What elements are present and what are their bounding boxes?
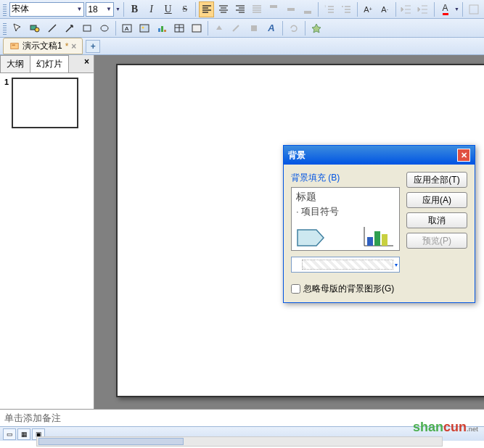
slide-thumbnail[interactable]: [12, 78, 78, 128]
italic-button[interactable]: I: [144, 1, 159, 17]
fill-swatch: [302, 260, 393, 270]
apply-all-button[interactable]: 应用全部(T): [406, 172, 467, 188]
svg-rect-2: [304, 11, 311, 14]
fill-color-dropdown[interactable]: ▾: [291, 257, 400, 273]
svg-point-4: [342, 6, 343, 7]
separator: [305, 21, 305, 36]
increase-font-button[interactable]: A+: [360, 1, 375, 17]
watermark-logo: shancun.net: [413, 420, 478, 435]
text-box-button[interactable]: A: [119, 20, 135, 36]
svg-text:A: A: [125, 25, 129, 32]
svg-rect-0: [270, 5, 277, 8]
modified-indicator: *: [65, 41, 69, 51]
align-justify-button[interactable]: [250, 1, 265, 17]
decrease-font-button[interactable]: A-: [377, 1, 393, 17]
align-middle-button[interactable]: [283, 1, 298, 17]
strike-button[interactable]: S: [177, 1, 192, 17]
font-size-select[interactable]: 18 ▼: [86, 2, 114, 17]
align-right-button[interactable]: [233, 1, 248, 17]
chevron-down-icon: ▼: [106, 6, 112, 12]
svg-rect-1: [287, 8, 295, 11]
svg-rect-18: [192, 25, 201, 32]
wordart-button[interactable]: A: [263, 20, 279, 36]
separator: [395, 2, 396, 17]
rectangle-button[interactable]: [79, 20, 95, 36]
svg-rect-20: [11, 43, 19, 49]
svg-rect-14: [158, 28, 160, 32]
separator: [462, 2, 463, 17]
document-tab[interactable]: 演示文稿1 * ×: [3, 38, 83, 54]
svg-point-13: [142, 26, 144, 28]
omit-master-checkbox[interactable]: [291, 284, 300, 294]
svg-rect-15: [161, 26, 163, 32]
panel-close-button[interactable]: ×: [80, 55, 94, 72]
arrow-shape-icon: [296, 228, 325, 247]
increase-indent-button[interactable]: [416, 1, 431, 17]
design-button[interactable]: [466, 1, 481, 17]
line-color-button[interactable]: [229, 20, 245, 36]
font-name-select[interactable]: 宋体 ▼: [9, 2, 85, 17]
decrease-indent-button[interactable]: [399, 1, 414, 17]
horizontal-scrollbar[interactable]: [36, 436, 443, 447]
bold-button[interactable]: B: [127, 1, 142, 17]
sorter-view-button[interactable]: ▦: [17, 428, 30, 440]
dialog-titlebar[interactable]: 背景 ✕: [284, 146, 475, 165]
apply-button[interactable]: 应用(A): [406, 192, 467, 208]
arrow-button[interactable]: [62, 20, 78, 36]
scrollbar-thumb[interactable]: [38, 438, 184, 445]
select-button[interactable]: [9, 20, 25, 36]
insert-chart-button[interactable]: [154, 20, 170, 36]
font-color-button[interactable]: A: [438, 1, 453, 17]
notes-area[interactable]: 单击添加备注: [0, 409, 484, 426]
dialog-left-column: 背景填充 (B) 标题 · 项目符号 ▾: [291, 172, 401, 273]
new-tab-button[interactable]: +: [86, 40, 100, 53]
oval-button[interactable]: [97, 20, 112, 36]
underline-button[interactable]: U: [160, 1, 176, 17]
toolbar-handle[interactable]: [3, 3, 7, 16]
svg-rect-19: [251, 25, 257, 31]
align-bottom-button[interactable]: [300, 1, 315, 17]
dialog-close-button[interactable]: ✕: [457, 149, 470, 162]
slides-tab[interactable]: 幻灯片: [30, 55, 69, 72]
insert-table-button[interactable]: [171, 20, 187, 36]
insert-object-button[interactable]: [189, 20, 205, 36]
omit-master-label: 忽略母版的背景图形(G): [303, 283, 394, 295]
insert-image-button[interactable]: [136, 20, 152, 36]
background-fill-label: 背景填充 (B): [291, 172, 401, 184]
tab-close-button[interactable]: ×: [71, 41, 76, 51]
toolbar-handle[interactable]: [3, 22, 7, 35]
numbered-list-button[interactable]: 1: [321, 1, 337, 17]
separator: [123, 2, 124, 17]
shadow-button[interactable]: [246, 20, 262, 36]
chevron-down-icon[interactable]: ▼: [115, 7, 120, 12]
align-top-button[interactable]: [266, 1, 282, 17]
svg-rect-8: [83, 25, 91, 31]
thumbnails-list: 1: [0, 73, 94, 409]
effects-button[interactable]: [308, 20, 324, 36]
cancel-button[interactable]: 取消: [406, 212, 467, 228]
align-left-button[interactable]: [199, 1, 214, 17]
normal-view-button[interactable]: ▭: [3, 428, 16, 440]
separator: [357, 2, 358, 17]
dialog-body: 背景填充 (B) 标题 · 项目符号 ▾ 应用全部(T): [284, 165, 475, 280]
preview-button[interactable]: 预览(P): [406, 233, 467, 249]
outline-tab[interactable]: 大纲: [0, 55, 30, 72]
svg-rect-16: [164, 30, 166, 32]
fill-color-button[interactable]: [211, 20, 227, 36]
rotate-button[interactable]: [286, 20, 302, 36]
svg-point-7: [35, 28, 39, 32]
line-button[interactable]: [44, 20, 60, 36]
preview-title-text: 标题: [296, 191, 395, 204]
svg-rect-5: [469, 5, 478, 14]
slide-number: 1: [4, 78, 9, 128]
shapes-button[interactable]: [27, 20, 43, 36]
chart-icon: [363, 225, 395, 247]
slide-thumbnail-item[interactable]: 1: [4, 78, 89, 128]
bullet-list-button[interactable]: [338, 1, 353, 17]
background-dialog: 背景 ✕ 背景填充 (B) 标题 · 项目符号 ▾: [283, 145, 475, 303]
presentation-icon: [9, 41, 20, 51]
chevron-down-icon: ▼: [76, 6, 82, 12]
align-center-button[interactable]: [216, 1, 231, 17]
notes-placeholder: 单击添加备注: [4, 412, 61, 423]
chevron-down-icon[interactable]: ▼: [454, 7, 459, 12]
